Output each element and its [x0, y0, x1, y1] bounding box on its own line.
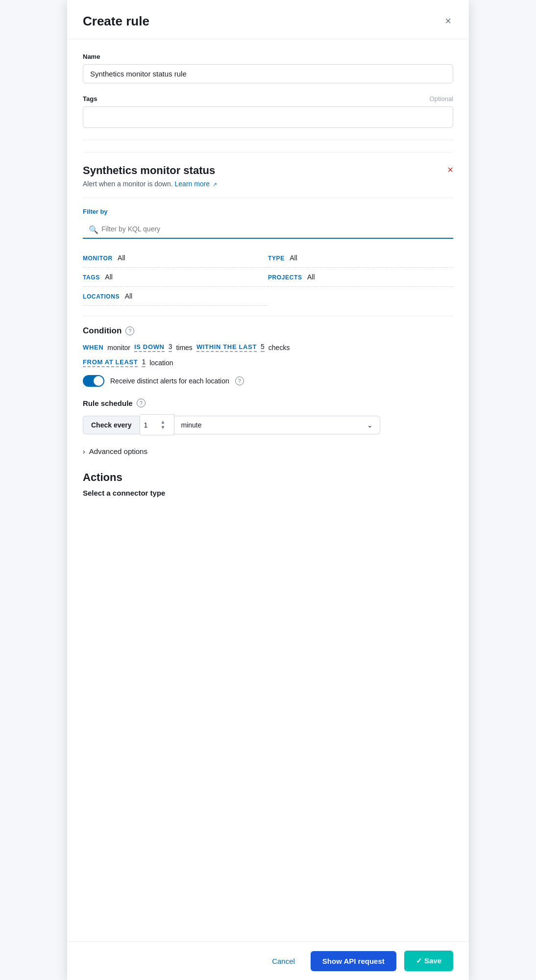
unit-value: minute [181, 421, 202, 429]
within-the-last-keyword[interactable]: WITHIN THE LAST [196, 343, 257, 352]
monitor-chip-value: All [118, 254, 125, 262]
modal-header: Create rule × [67, 0, 469, 39]
synthetics-header: Synthetics monitor status × [83, 164, 453, 177]
filter-by-label: Filter by [83, 208, 453, 215]
condition-header: Condition ? [83, 326, 453, 336]
tags-field-group: Tags Optional [83, 95, 453, 128]
condition-section: Condition ? WHEN monitor IS DOWN 3 times… [83, 316, 453, 387]
tags-chip-label: TAGS [83, 274, 100, 281]
synthetics-close-button[interactable]: × [447, 164, 453, 176]
toggle-help-icon[interactable]: ? [235, 377, 244, 385]
checks-text: checks [268, 344, 290, 352]
toggle-knob [94, 376, 103, 386]
filter-chip-projects[interactable]: PROJECTS All [268, 268, 453, 287]
learn-more-link[interactable]: Learn more ↗ [175, 180, 217, 188]
locations-chip-value: All [125, 292, 133, 300]
name-input[interactable] [83, 64, 453, 83]
distinct-alerts-toggle[interactable] [83, 375, 104, 387]
synthetics-section: Synthetics monitor status × Alert when a… [83, 152, 453, 455]
filter-chip-tags[interactable]: TAGS All [83, 268, 268, 287]
filter-chips-grid: MONITOR All TYPE All TAGS All PROJECTS A… [83, 249, 453, 306]
section-divider-1 [83, 140, 453, 140]
filter-chip-monitor[interactable]: MONITOR All [83, 249, 268, 268]
type-chip-label: TYPE [268, 255, 285, 262]
kql-search-wrapper: 🔍 [83, 220, 453, 239]
actions-title: Actions [83, 471, 453, 484]
tags-input[interactable] [83, 106, 453, 128]
checks-value[interactable]: 5 [261, 343, 265, 352]
stepper-up-button[interactable]: ▲ [161, 420, 166, 425]
filter-section: Filter by 🔍 MONITOR All TYPE All [83, 198, 453, 306]
filter-chip-locations[interactable]: LOCATIONS All [83, 287, 268, 306]
rule-schedule-help-icon[interactable]: ? [137, 399, 146, 407]
toggle-label: Receive distinct alerts for each locatio… [110, 377, 229, 385]
projects-chip-label: PROJECTS [268, 274, 302, 281]
location-text: location [149, 359, 173, 367]
rule-schedule-title: Rule schedule [83, 399, 133, 407]
unit-select[interactable]: minute ⌄ [174, 416, 380, 434]
rule-schedule-section: Rule schedule ? Check every ▲ ▼ minute [83, 399, 453, 435]
type-chip-value: All [290, 254, 297, 262]
show-api-request-button[interactable]: Show API request [311, 951, 396, 971]
condition-row-1: WHEN monitor IS DOWN 3 times WITHIN THE … [83, 343, 453, 352]
modal-body: Name Tags Optional Synthetics monitor st… [67, 39, 469, 941]
tags-label: Tags Optional [83, 95, 453, 102]
synthetics-subtitle: Alert when a monitor is down. Learn more… [83, 180, 453, 188]
cancel-button[interactable]: Cancel [264, 952, 303, 970]
actions-section: Actions Select a connector type [83, 471, 453, 497]
condition-row-2: FROM AT LEAST 1 location [83, 358, 453, 367]
times-text: times [176, 344, 192, 352]
stepper-down-button[interactable]: ▼ [161, 425, 166, 430]
name-label: Name [83, 53, 453, 60]
monitor-chip-label: MONITOR [83, 255, 113, 262]
modal-footer: Cancel Show API request ✓ Save [67, 941, 469, 980]
location-value[interactable]: 1 [142, 358, 146, 367]
times-value[interactable]: 3 [169, 343, 172, 352]
filter-chip-type[interactable]: TYPE All [268, 249, 453, 268]
condition-help-icon[interactable]: ? [125, 327, 134, 335]
save-button[interactable]: ✓ Save [404, 951, 453, 971]
when-keyword: WHEN [83, 344, 103, 351]
chevron-right-icon: › [83, 448, 85, 455]
create-rule-modal: Create rule × Name Tags Optional Synthet… [67, 0, 469, 980]
synthetics-title: Synthetics monitor status [83, 164, 215, 177]
advanced-options-label: Advanced options [89, 447, 147, 455]
search-icon: 🔍 [89, 225, 98, 234]
monitor-text: monitor [107, 344, 130, 352]
chevron-down-icon: ⌄ [367, 421, 373, 429]
rule-schedule-header: Rule schedule ? [83, 399, 453, 407]
check-every-label: Check every [83, 416, 140, 434]
modal-title: Create rule [83, 14, 149, 29]
projects-chip-value: All [307, 273, 315, 281]
spacer-area [83, 509, 453, 656]
from-at-least-keyword[interactable]: FROM AT LEAST [83, 358, 138, 367]
tags-chip-value: All [105, 273, 113, 281]
is-down-keyword[interactable]: IS DOWN [134, 343, 165, 352]
name-field-group: Name [83, 53, 453, 83]
locations-chip-label: LOCATIONS [83, 293, 120, 300]
condition-title: Condition [83, 326, 122, 336]
optional-label: Optional [430, 95, 453, 102]
stepper-buttons: ▲ ▼ [161, 420, 166, 430]
advanced-options-row[interactable]: › Advanced options [83, 447, 453, 455]
kql-search-input[interactable] [83, 220, 453, 239]
connector-type-label: Select a connector type [83, 489, 453, 497]
interval-input[interactable] [144, 421, 159, 429]
external-link-icon: ↗ [213, 181, 217, 187]
toggle-row: Receive distinct alerts for each locatio… [83, 375, 453, 387]
interval-input-box: ▲ ▼ [140, 414, 174, 435]
schedule-row: Check every ▲ ▼ minute ⌄ [83, 414, 453, 435]
close-button[interactable]: × [443, 14, 453, 28]
